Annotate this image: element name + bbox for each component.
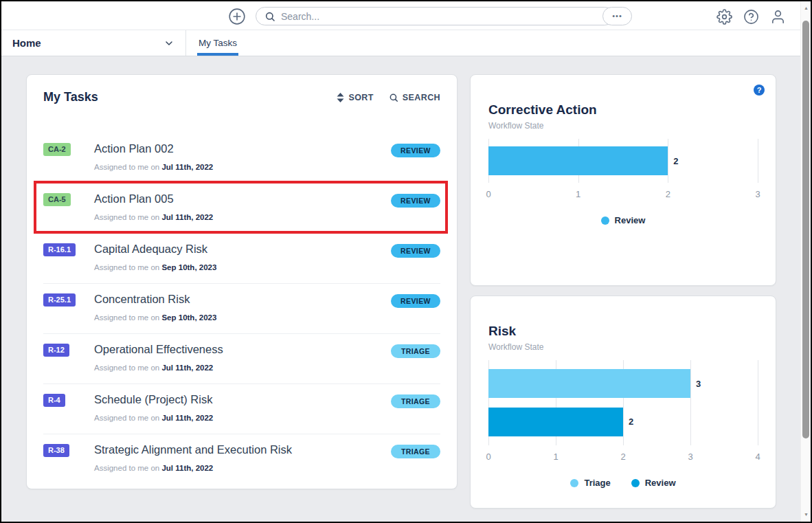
x-tick-label: 3 [688, 452, 692, 462]
task-id-badge: R-4 [43, 394, 65, 407]
sort-icon [337, 93, 344, 102]
task-main: Schedule (Project) Risk Assigned to me o… [94, 393, 391, 423]
chart-title: Risk [488, 324, 776, 339]
tasks-actions: SORT SEARCH [337, 93, 440, 102]
chart-subtitle: Workflow State [488, 121, 776, 131]
task-title[interactable]: Action Plan 005 [94, 192, 391, 205]
panel-title: My Tasks [43, 90, 98, 104]
sort-button[interactable]: SORT [337, 93, 373, 102]
badge-column: R-12 [43, 343, 94, 357]
bar-review[interactable] [488, 408, 623, 436]
gear-icon [717, 9, 732, 25]
vertical-scrollbar[interactable]: ▲ ▼ [800, 1, 811, 522]
task-row[interactable]: R-25.1 Concentration Risk Assigned to me… [43, 284, 440, 334]
my-tasks-header: My Tasks SORT SEARCH [27, 75, 457, 104]
gridline [758, 139, 758, 183]
bar-review[interactable] [488, 146, 668, 175]
tab-my-tasks[interactable]: My Tasks [186, 30, 249, 56]
bar-value-label: 3 [696, 379, 701, 389]
task-assigned-text: Assigned to me on Jul 11th, 2022 [94, 414, 213, 422]
legend-item-triage[interactable]: Triage [570, 478, 610, 488]
legend-item-review[interactable]: Review [631, 478, 676, 488]
task-assigned-text: Assigned to me on Jul 11th, 2022 [94, 163, 213, 171]
help-button[interactable] [743, 8, 759, 25]
task-id-badge: CA-5 [43, 193, 71, 206]
task-title[interactable]: Capital Adequacy Risk [94, 243, 391, 256]
task-id-badge: CA-2 [43, 143, 71, 156]
task-title[interactable]: Schedule (Project) Risk [94, 393, 391, 406]
task-status-badge: TRIAGE [391, 344, 440, 358]
x-tick-label: 1 [576, 189, 580, 199]
help-circle-icon [743, 9, 759, 25]
x-tick-label: 3 [755, 189, 760, 199]
chevron-down-icon [163, 38, 174, 49]
bar-triage[interactable] [488, 369, 690, 398]
task-main: Strategic Alignment and Execution Risk A… [94, 443, 391, 474]
task-status-badge: REVIEW [391, 294, 440, 308]
scroll-down-arrow[interactable]: ▼ [801, 509, 811, 520]
topbar: ••• [1, 1, 811, 30]
app-window: ••• Home My Tasks [0, 0, 812, 523]
badge-column: R-25.1 [43, 293, 94, 307]
task-title[interactable]: Strategic Alignment and Execution Risk [94, 443, 391, 456]
settings-button[interactable] [716, 8, 732, 25]
chart-help-icon[interactable]: ? [754, 85, 765, 96]
nav-bar: Home My Tasks [1, 30, 811, 56]
user-menu-button[interactable] [769, 8, 786, 25]
task-row[interactable]: R-12 Operational Effectiveness Assigned … [43, 334, 440, 384]
global-search [256, 7, 614, 25]
legend-dot [570, 479, 578, 487]
task-row[interactable]: CA-5 Action Plan 005 Assigned to me on J… [43, 183, 440, 234]
task-title[interactable]: Concentration Risk [94, 293, 391, 306]
search-input[interactable] [281, 11, 613, 22]
bar-value-label: 2 [673, 156, 678, 166]
more-options-button[interactable]: ••• [602, 7, 632, 25]
legend-label: Review [615, 215, 646, 225]
task-id-badge: R-12 [43, 344, 69, 357]
badge-column: CA-5 [43, 192, 94, 206]
search-icon [389, 93, 398, 102]
scroll-up-arrow[interactable]: ▲ [801, 3, 811, 14]
task-row[interactable]: R-4 Schedule (Project) Risk Assigned to … [43, 384, 440, 434]
chart-title: Corrective Action [488, 102, 776, 118]
task-status-badge: REVIEW [391, 144, 440, 157]
task-assigned-text: Assigned to me on Sep 10th, 2023 [94, 313, 216, 322]
corrective-action-panel: ? Corrective Action Workflow State 2 012… [470, 74, 776, 286]
x-tick-label: 0 [486, 189, 490, 199]
legend-item-review[interactable]: Review [601, 215, 646, 225]
task-assigned-text: Assigned to me on Jul 11th, 2022 [94, 464, 213, 472]
sort-label: SORT [348, 93, 373, 102]
my-tasks-panel: My Tasks SORT SEARCH [26, 74, 458, 489]
badge-column: CA-2 [43, 142, 94, 156]
x-tick-label: 0 [486, 452, 490, 462]
badge-column: R-38 [43, 443, 94, 457]
task-id-badge: R-38 [43, 444, 69, 457]
task-title[interactable]: Operational Effectiveness [94, 343, 391, 356]
home-dropdown[interactable]: Home [1, 30, 185, 56]
risk-panel: Risk Workflow State 32 01234 TriageRevie… [470, 296, 776, 509]
task-row[interactable]: R-38 Strategic Alignment and Execution R… [43, 434, 440, 485]
legend-label: Review [645, 478, 676, 488]
scrollbar-thumb[interactable] [802, 21, 809, 438]
x-tick-label: 2 [666, 189, 670, 199]
user-icon [770, 9, 786, 25]
tab-label: My Tasks [199, 38, 237, 48]
x-tick-label: 1 [553, 452, 558, 462]
x-axis-ticks: 0123 [488, 189, 758, 201]
task-status-badge: TRIAGE [391, 445, 440, 458]
task-id-badge: R-16.1 [43, 243, 76, 256]
task-main: Operational Effectiveness Assigned to me… [94, 343, 391, 373]
bar-value-label: 2 [629, 416, 633, 427]
chart-subtitle: Workflow State [488, 342, 776, 352]
task-assigned-text: Assigned to me on Sep 10th, 2023 [94, 263, 216, 271]
tasks-search-button[interactable]: SEARCH [389, 93, 440, 102]
task-id-badge: R-25.1 [43, 293, 76, 307]
task-main: Action Plan 002 Assigned to me on Jul 11… [94, 142, 391, 173]
task-row[interactable]: CA-2 Action Plan 002 Assigned to me on J… [43, 133, 440, 183]
bar-chart-plot: 32 [488, 360, 758, 445]
plus-circle-icon [228, 8, 246, 25]
search-label: SEARCH [403, 93, 440, 102]
add-button[interactable] [228, 8, 246, 25]
task-title[interactable]: Action Plan 002 [94, 142, 391, 155]
task-row[interactable]: R-16.1 Capital Adequacy Risk Assigned to… [43, 234, 440, 284]
